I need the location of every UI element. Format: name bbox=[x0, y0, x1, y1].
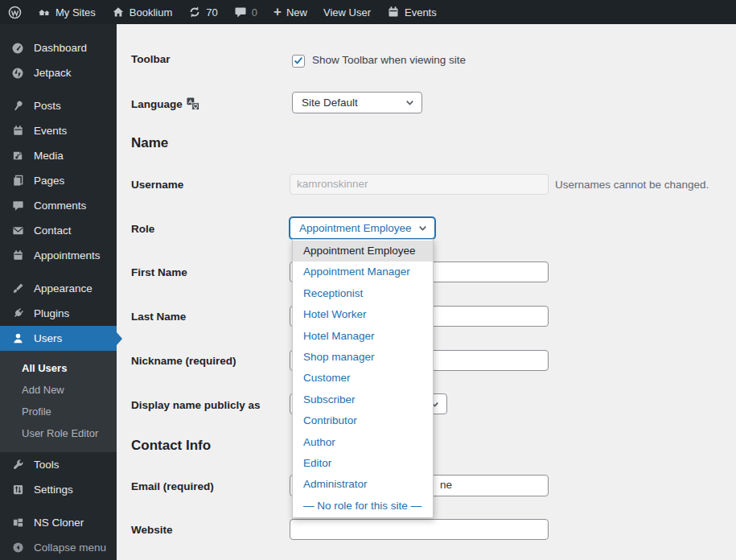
chevron-down-icon bbox=[404, 97, 416, 109]
show-toolbar-checkbox[interactable] bbox=[292, 55, 305, 68]
user-icon bbox=[10, 331, 25, 345]
role-option-receptionist[interactable]: Receptionist bbox=[293, 283, 433, 304]
role-option-author[interactable]: Author bbox=[293, 432, 433, 453]
role-option-appointment-employee[interactable]: Appointment Employee bbox=[293, 241, 433, 261]
sidebar-label: Jetpack bbox=[34, 67, 72, 79]
wp-logo-menu[interactable] bbox=[0, 0, 30, 24]
role-option-hotel-manager[interactable]: Hotel Manager bbox=[293, 326, 433, 347]
sidebar-label: Contact bbox=[34, 224, 72, 237]
sidebar-label: Plugins bbox=[34, 307, 69, 319]
calendar-icon bbox=[387, 6, 400, 19]
admin-bar: My Sites Booklium 70 0 + New View User E… bbox=[0, 0, 736, 24]
events-label: Events bbox=[405, 6, 437, 19]
chevron-down-icon bbox=[417, 222, 429, 234]
role-option-administrator[interactable]: Administrator bbox=[293, 474, 433, 495]
checkmark-icon bbox=[293, 55, 304, 68]
name-section-heading: Name bbox=[131, 135, 168, 151]
sidebar-label: Media bbox=[34, 150, 64, 162]
sidebar-item-jetpack[interactable]: Jetpack bbox=[0, 60, 117, 85]
submenu-item-all-users[interactable]: All Users bbox=[0, 357, 117, 379]
sidebar-label: Comments bbox=[34, 200, 86, 212]
sidebar-item-dashboard[interactable]: Dashboard bbox=[0, 35, 117, 60]
updates-count: 70 bbox=[206, 6, 217, 19]
edit-user-form: Toolbar Show Toolbar when viewing site L… bbox=[117, 24, 736, 560]
role-select[interactable]: Appointment Employee bbox=[290, 217, 435, 239]
submenu-item-add-new[interactable]: Add New bbox=[0, 379, 117, 401]
wordpress-logo-icon bbox=[8, 6, 22, 19]
collapse-arrow-icon bbox=[10, 541, 25, 554]
role-option-editor[interactable]: Editor bbox=[293, 453, 433, 474]
sidebar-item-settings[interactable]: Settings bbox=[0, 477, 117, 502]
translation-icon bbox=[187, 97, 199, 113]
active-menu-arrow bbox=[117, 332, 122, 345]
comments-count: 0 bbox=[252, 6, 257, 19]
nickname-label: Nickname (required) bbox=[131, 355, 236, 367]
comment-bubble-icon bbox=[234, 6, 247, 19]
sidebar-item-events[interactable]: Events bbox=[0, 118, 117, 143]
new-content-menu[interactable]: + New bbox=[265, 0, 315, 24]
view-user-label: View User bbox=[323, 6, 371, 19]
wrench-icon bbox=[10, 458, 25, 471]
submenu-item-user-role-editor[interactable]: User Role Editor bbox=[0, 422, 117, 444]
sidebar-item-plugins[interactable]: Plugins bbox=[0, 301, 117, 326]
events-menu[interactable]: Events bbox=[379, 0, 445, 24]
sidebar-item-contact[interactable]: Contact bbox=[0, 218, 117, 243]
sidebar-item-pages[interactable]: Pages bbox=[0, 168, 117, 193]
multisite-icon bbox=[38, 6, 51, 19]
username-input: kamronskinner bbox=[290, 174, 549, 195]
plus-icon: + bbox=[273, 5, 282, 19]
sidebar-label: Events bbox=[34, 125, 67, 137]
settings-sliders-icon bbox=[10, 483, 25, 496]
sidebar-item-appearance[interactable]: Appearance bbox=[0, 276, 117, 301]
language-select-value: Site Default bbox=[302, 97, 358, 109]
role-option-shop-manager[interactable]: Shop manager bbox=[293, 347, 433, 368]
sidebar-item-appointments[interactable]: Appointments bbox=[0, 243, 117, 268]
role-dropdown-list: Appointment Employee Appointment Manager… bbox=[292, 239, 434, 518]
sidebar-item-collapse-menu[interactable]: Collapse menu bbox=[0, 535, 117, 560]
role-option-contributor[interactable]: Contributor bbox=[293, 410, 433, 431]
role-option-customer[interactable]: Customer bbox=[293, 368, 433, 389]
email-label: Email (required) bbox=[131, 480, 214, 492]
email-visible-text: ne bbox=[440, 476, 452, 495]
show-toolbar-label: Show Toolbar when viewing site bbox=[312, 54, 466, 66]
sidebar-item-comments[interactable]: Comments bbox=[0, 193, 117, 218]
language-select[interactable]: Site Default bbox=[292, 92, 422, 113]
site-menu[interactable]: Booklium bbox=[104, 0, 180, 24]
clone-squares-icon bbox=[10, 516, 25, 529]
my-sites-menu[interactable]: My Sites bbox=[30, 0, 104, 24]
submenu-item-profile[interactable]: Profile bbox=[0, 401, 117, 422]
role-option-no-role[interactable]: — No role for this site — bbox=[293, 496, 433, 517]
comment-bubble-icon bbox=[10, 199, 25, 212]
sidebar-item-posts[interactable]: Posts bbox=[0, 93, 117, 118]
home-icon bbox=[112, 6, 125, 19]
sidebar-label: Settings bbox=[34, 484, 73, 496]
display-name-label: Display name publicly as bbox=[131, 399, 261, 411]
language-label: Language bbox=[131, 97, 199, 113]
sidebar-label: Dashboard bbox=[34, 42, 87, 54]
contact-info-heading: Contact Info bbox=[131, 438, 211, 454]
first-name-label: First Name bbox=[131, 266, 187, 278]
toolbar-label: Toolbar bbox=[131, 53, 171, 65]
sidebar-item-media[interactable]: Media bbox=[0, 143, 117, 168]
sidebar-label: Appearance bbox=[34, 282, 93, 294]
role-option-subscriber[interactable]: Subscriber bbox=[293, 389, 433, 410]
admin-sidebar: Dashboard Jetpack Posts Events Media Pag… bbox=[0, 24, 117, 560]
website-input[interactable] bbox=[290, 519, 549, 540]
sidebar-item-ns-cloner[interactable]: NS Cloner bbox=[0, 510, 117, 535]
sidebar-label: Tools bbox=[34, 459, 60, 471]
plug-icon bbox=[10, 307, 25, 320]
comments-menu[interactable]: 0 bbox=[226, 0, 265, 24]
username-description: Usernames cannot be changed. bbox=[555, 179, 709, 191]
sidebar-label: Collapse menu bbox=[34, 541, 106, 554]
role-option-appointment-manager[interactable]: Appointment Manager bbox=[293, 261, 433, 282]
calendar-icon bbox=[10, 124, 25, 138]
view-user-link[interactable]: View User bbox=[315, 0, 379, 24]
updates-menu[interactable]: 70 bbox=[180, 0, 225, 24]
role-option-hotel-worker[interactable]: Hotel Worker bbox=[293, 304, 433, 325]
envelope-icon bbox=[10, 224, 25, 237]
site-name-label: Booklium bbox=[130, 6, 172, 19]
sidebar-item-tools[interactable]: Tools bbox=[0, 452, 117, 477]
sidebar-item-users[interactable]: Users bbox=[0, 326, 117, 351]
last-name-label: Last Name bbox=[131, 311, 186, 323]
username-label: Username bbox=[131, 179, 183, 191]
